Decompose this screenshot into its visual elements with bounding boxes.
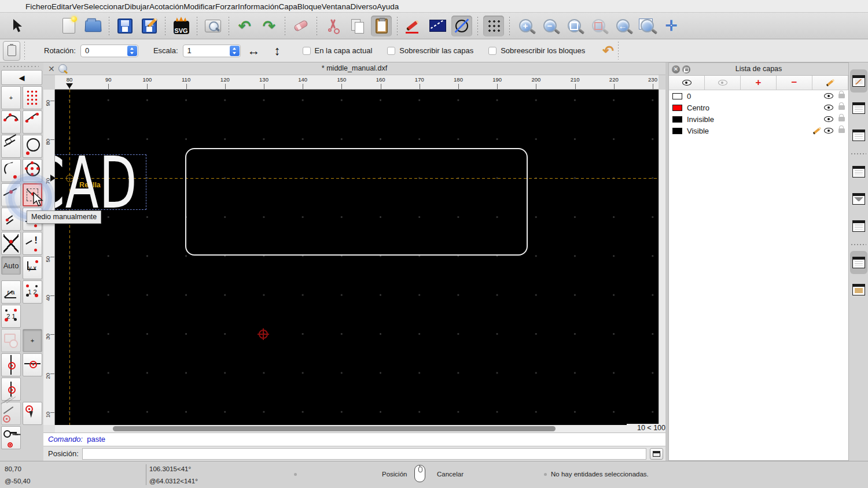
tool-button[interactable]: Auto — [1, 256, 21, 275]
horizontal-scrollbar[interactable] — [55, 425, 627, 432]
layer-lock-toggle[interactable] — [838, 105, 845, 110]
dimension-settings-button[interactable] — [427, 16, 448, 36]
menu-item[interactable]: Capa — [279, 2, 297, 11]
tool-button[interactable] — [1, 159, 21, 182]
undo-button[interactable]: ↶ — [234, 16, 255, 36]
dock-widget-button[interactable] — [851, 153, 866, 154]
add-layer-button[interactable]: + — [741, 76, 777, 90]
dock-widget-button[interactable] — [850, 251, 867, 274]
remove-layer-button[interactable]: − — [777, 76, 812, 90]
menu-item[interactable]: Fichero — [25, 2, 52, 11]
scrollbar-thumb[interactable] — [113, 426, 556, 431]
layer-visibility-toggle[interactable] — [822, 128, 835, 134]
pen-settings-button[interactable] — [403, 16, 424, 36]
layer-visibility-toggle[interactable] — [822, 105, 835, 110]
menu-item[interactable]: Bloque — [297, 2, 322, 11]
layer-row[interactable]: Visible — [669, 125, 848, 136]
zoom-auto-button[interactable] — [564, 16, 584, 36]
tool-button[interactable] — [1, 378, 21, 401]
menu-item[interactable]: Modificar — [183, 2, 215, 11]
dock-widget-button[interactable] — [850, 124, 867, 147]
dock-widget-button[interactable] — [851, 244, 866, 245]
tool-button[interactable]: + — [1, 86, 21, 109]
layer-lock-toggle[interactable] — [838, 128, 845, 133]
dock-widget-button[interactable] — [850, 160, 867, 183]
menu-item[interactable]: Diverso — [350, 2, 377, 11]
tool-button[interactable] — [1, 135, 21, 158]
cut-button[interactable] — [322, 16, 343, 36]
edit-layer-button[interactable] — [812, 76, 848, 90]
options-revert-button[interactable]: ↷ — [602, 43, 614, 59]
menu-item[interactable]: Seleccionar — [84, 2, 125, 11]
paste-button[interactable] — [371, 16, 392, 36]
menu-item[interactable]: Forzar — [215, 2, 238, 11]
tool-button[interactable] — [23, 159, 42, 182]
drawing-canvas[interactable]: Rejilla CAD — [55, 90, 659, 425]
redo-button[interactable]: ↷ — [259, 16, 279, 36]
rounded-rectangle-entity[interactable] — [185, 148, 528, 256]
tool-button[interactable] — [1, 329, 21, 352]
dock-widget-button[interactable] — [850, 187, 867, 210]
rotation-combobox[interactable]: 0 — [80, 45, 138, 57]
tool-button[interactable] — [1, 232, 21, 255]
tool-button[interactable] — [1, 402, 21, 425]
checkbox[interactable] — [303, 47, 311, 55]
tool-button[interactable] — [1, 353, 21, 376]
print-preview-button[interactable] — [203, 16, 223, 36]
tool-button[interactable]: 2 1 — [1, 305, 21, 328]
zoom-window-button[interactable] — [637, 16, 657, 36]
menu-item[interactable]: Ver — [72, 2, 83, 11]
zoom-previous-button[interactable]: ← — [612, 16, 633, 36]
position-input[interactable] — [82, 448, 646, 460]
zoom-out-button[interactable]: − — [539, 16, 560, 36]
hide-all-layers-button[interactable] — [705, 76, 741, 90]
tool-button[interactable]: 1 2 — [23, 280, 42, 304]
tool-button[interactable] — [23, 86, 42, 109]
save-button[interactable] — [115, 16, 135, 36]
delete-button[interactable] — [290, 16, 311, 36]
export-svg-button[interactable]: SVG — [171, 16, 192, 36]
tool-button[interactable] — [23, 232, 42, 255]
position-options-button[interactable] — [650, 448, 663, 460]
tool-button[interactable]: ◀ — [1, 70, 42, 85]
tool-button[interactable] — [23, 110, 42, 134]
show-all-layers-button[interactable] — [669, 76, 705, 90]
new-document-button[interactable] — [58, 16, 79, 36]
layer-row[interactable]: Invisible — [669, 113, 848, 125]
dock-widget-button[interactable] — [850, 69, 867, 93]
tool-button[interactable] — [23, 353, 42, 376]
layer-visibility-toggle[interactable] — [822, 116, 835, 122]
pointer-tool-icon[interactable] — [12, 19, 27, 34]
dock-widget-button[interactable] — [850, 215, 867, 238]
layer-lock-toggle[interactable] — [838, 94, 845, 98]
flip-vertical-button[interactable]: ↕ — [274, 45, 281, 57]
draft-mode-button[interactable] — [451, 16, 472, 36]
zoom-selection-button[interactable] — [588, 16, 609, 36]
panel-detach-icon[interactable] — [682, 65, 690, 73]
tool-button[interactable] — [1, 208, 21, 231]
vertical-scrollbar[interactable] — [659, 90, 665, 425]
layer-visibility-toggle[interactable] — [822, 93, 835, 99]
menu-item[interactable]: Ayuda — [377, 2, 399, 11]
checkbox[interactable] — [488, 47, 496, 55]
tool-button[interactable] — [23, 135, 42, 158]
menu-item[interactable]: Acotación — [149, 2, 183, 11]
open-document-button[interactable] — [83, 16, 104, 36]
stepper-icon[interactable] — [230, 46, 240, 56]
panel-close-icon[interactable]: ✕ — [672, 65, 680, 73]
layer-lock-toggle[interactable] — [838, 117, 845, 121]
panel-drag-handle[interactable] — [3, 64, 39, 69]
tool-button[interactable]: + — [23, 329, 42, 352]
dock-widget-button[interactable] — [850, 97, 867, 120]
layer-row[interactable]: 0 — [669, 90, 848, 102]
clipboard-widget-button[interactable] — [3, 41, 20, 61]
stepper-icon[interactable] — [127, 46, 137, 56]
tool-button[interactable] — [1, 183, 21, 206]
dock-widget-button[interactable] — [850, 278, 867, 301]
grid-toggle-button[interactable] — [483, 16, 504, 36]
tool-button[interactable]: r a — [1, 280, 21, 304]
layer-row[interactable]: Centro — [669, 102, 848, 113]
tool-button[interactable] — [23, 402, 42, 425]
command-line[interactable]: Comando: paste — [43, 432, 665, 446]
pan-button[interactable]: ✛ — [661, 16, 682, 36]
